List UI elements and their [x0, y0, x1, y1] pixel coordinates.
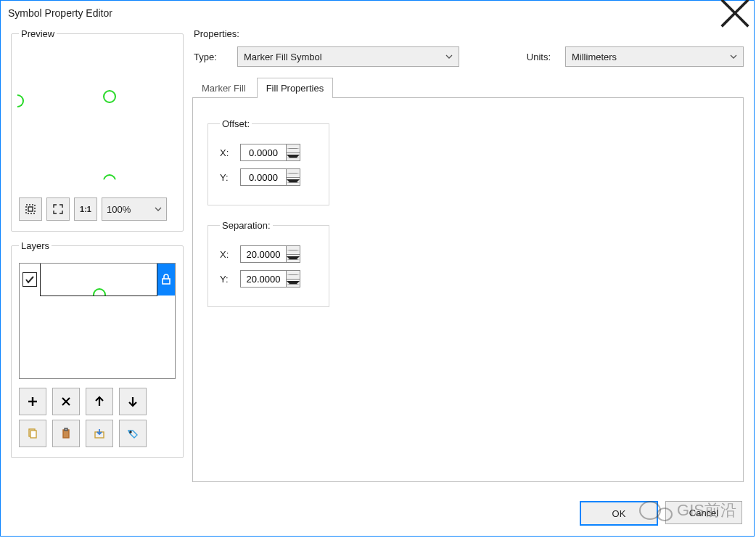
svg-rect-14: [65, 428, 67, 431]
units-value: Millimeters: [572, 52, 617, 62]
tab-fill-properties[interactable]: Fill Properties: [257, 78, 333, 98]
left-column: Preview 1:1 100%: [11, 28, 184, 482]
zoom-fit-button[interactable]: [19, 197, 42, 221]
offset-y-up[interactable]: [287, 169, 300, 178]
ok-button[interactable]: OK: [580, 501, 658, 526]
separation-y-field: Y:: [220, 270, 317, 288]
layer-visible-checkbox[interactable]: [22, 272, 37, 287]
separation-y-down[interactable]: [287, 280, 300, 288]
window-title: Symbol Property Editor: [8, 7, 719, 19]
separation-group: Separation: X: Y:: [208, 220, 329, 307]
offset-group: Offset: X: Y:: [208, 118, 329, 205]
offset-y-field: Y:: [220, 168, 317, 186]
separation-x-spinner[interactable]: [240, 245, 300, 263]
separation-y-input[interactable]: [240, 270, 286, 288]
offset-x-spinner[interactable]: [240, 144, 300, 161]
zoom-full-button[interactable]: [46, 197, 70, 221]
type-label: Type:: [194, 52, 230, 62]
svg-point-16: [130, 431, 131, 433]
offset-x-down[interactable]: [287, 153, 300, 161]
tab-page-fill-properties: Offset: X: Y:: [192, 97, 744, 482]
layer-row[interactable]: [20, 264, 175, 296]
move-layer-down-button[interactable]: [119, 388, 147, 415]
preview-toolbar: 1:1 100%: [19, 197, 176, 221]
type-combo[interactable]: Marker Fill Symbol: [237, 46, 459, 67]
zoom-combo[interactable]: 100%: [102, 197, 167, 221]
zoom-100-button[interactable]: 1:1: [74, 197, 97, 221]
layers-panel: Layers: [11, 240, 184, 458]
offset-x-field: X:: [220, 144, 317, 161]
offset-x-up[interactable]: [287, 144, 300, 153]
dialog-footer: OK Cancel: [1, 491, 754, 536]
separation-legend: Separation:: [220, 220, 273, 231]
paste-layer-button[interactable]: [52, 420, 80, 447]
import-layer-button[interactable]: [86, 420, 113, 447]
preview-legend: Preview: [19, 28, 57, 39]
separation-x-field: X:: [220, 245, 317, 263]
properties-column: Properties: Type: Marker Fill Symbol Uni…: [192, 28, 744, 482]
offset-y-input[interactable]: [240, 168, 286, 186]
layer-lock-button[interactable]: [157, 264, 175, 296]
svg-rect-4: [163, 279, 170, 284]
close-button[interactable]: [719, 2, 751, 24]
offset-y-spinner[interactable]: [240, 168, 300, 186]
separation-x-down[interactable]: [287, 255, 300, 263]
move-layer-up-button[interactable]: [86, 388, 113, 415]
layer-buttons: [19, 388, 176, 447]
zoom-value: 100%: [107, 204, 131, 215]
preview-panel: Preview 1:1 100%: [11, 28, 184, 232]
layers-list[interactable]: [19, 263, 176, 379]
separation-y-up[interactable]: [287, 271, 300, 280]
units-combo[interactable]: Millimeters: [565, 46, 744, 67]
offset-y-label: Y:: [220, 172, 233, 183]
svg-rect-2: [26, 205, 35, 213]
units-label: Units:: [527, 52, 551, 62]
copy-layer-button[interactable]: [19, 420, 46, 447]
separation-y-label: Y:: [220, 274, 233, 285]
tag-layer-button[interactable]: [119, 420, 147, 447]
svg-rect-3: [28, 207, 33, 211]
offset-x-label: X:: [220, 147, 233, 158]
type-units-row: Type: Marker Fill Symbol Units: Millimet…: [194, 46, 744, 67]
separation-y-spinner[interactable]: [240, 270, 300, 288]
svg-rect-12: [30, 431, 36, 438]
delete-layer-button[interactable]: [52, 388, 80, 415]
separation-x-up[interactable]: [287, 246, 300, 255]
separation-x-label: X:: [220, 249, 233, 260]
layers-legend: Layers: [19, 240, 52, 251]
layer-swatch[interactable]: [40, 263, 157, 296]
dialog-body: Preview 1:1 100%: [1, 25, 754, 491]
properties-legend: Properties:: [194, 28, 744, 39]
tab-marker-fill[interactable]: Marker Fill: [194, 78, 254, 98]
cancel-button[interactable]: Cancel: [665, 501, 742, 524]
titlebar: Symbol Property Editor: [1, 1, 754, 25]
offset-legend: Offset:: [220, 118, 252, 129]
type-value: Marker Fill Symbol: [244, 52, 322, 62]
offset-y-down[interactable]: [287, 178, 300, 186]
separation-x-input[interactable]: [240, 245, 286, 263]
add-layer-button[interactable]: [19, 388, 46, 415]
offset-x-input[interactable]: [240, 144, 286, 161]
dialog-window: Symbol Property Editor Preview: [0, 0, 755, 537]
tab-strip: Marker Fill Fill Properties: [194, 77, 744, 97]
preview-canvas: [19, 52, 176, 190]
